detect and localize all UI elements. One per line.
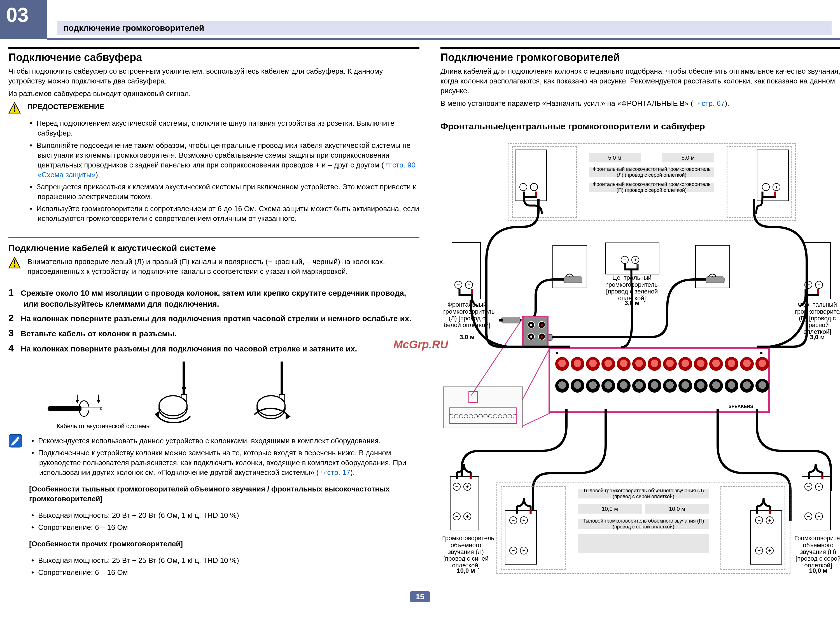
steps-list: Срежьте около 10 мм изоляции с провода к… (8, 286, 420, 355)
setup-p2-tail: ). (725, 99, 729, 108)
setup-p2-pre: В меню установите параметр «Назначить ус… (441, 99, 693, 108)
sbl-len: 10,0 м (602, 506, 618, 512)
label-band: Фронтальный высокочастотный громкоговори… (589, 167, 714, 177)
rule (8, 237, 420, 238)
step-text: На колонках поверните разъемы для подклю… (21, 314, 411, 323)
speaker-sbl (505, 498, 561, 566)
page-link[interactable]: ☞стр. 67 (695, 99, 725, 108)
fh-l-len: 5,0 м (608, 155, 621, 161)
rule (8, 47, 420, 49)
svg-point-2 (14, 110, 15, 112)
right-column: Подключение громкоговорителей Длина кабе… (441, 47, 840, 588)
spec-bullet: Сопротивление: 6 – 16 Ом (39, 568, 420, 577)
note-bullet: Рекомендуется использовать данное устрой… (39, 436, 420, 446)
warn-bullet: Перед подключением акустической системы,… (37, 118, 420, 138)
svg-point-23 (257, 396, 285, 416)
svg-marker-24 (286, 413, 291, 420)
spec-bullet: Выходная мощность: 25 Вт + 25 Вт (6 Ом, … (39, 556, 420, 565)
svg-marker-10 (76, 400, 79, 404)
speaker-sl (450, 476, 484, 543)
step-3: Вставьте кабель от колонок в разъемы. (24, 327, 420, 340)
cables-heading: Подключение кабелей к акустической систе… (8, 243, 420, 253)
warn-tail: ). (95, 171, 100, 179)
sbl-label: Тыловой громкоговоритель объемного звуча… (578, 488, 709, 499)
warn2-text: Внимательно проверьте левый (Л) и правый… (27, 257, 420, 276)
warn-bullet: Выполняйте подсоединение таким образом, … (37, 140, 420, 180)
note-bullet: Подключенные к устройству колонки можно … (39, 448, 420, 477)
warn-bullet: Запрещается прикасаться к клеммам акусти… (37, 182, 420, 201)
svg-marker-19 (182, 387, 186, 392)
svg-marker-12 (97, 400, 100, 404)
speaker-sbr (726, 498, 782, 566)
page-body: Подключение сабвуфера Чтобы подключить с… (0, 39, 840, 605)
svg-point-5 (14, 265, 15, 267)
label-band: Фронтальный высокочастотный громкоговори… (589, 183, 714, 192)
warning-block-1: ПРЕДОСТЕРЕЖЕНИЕ Перед подключением акуст… (8, 102, 420, 230)
svg-rect-7 (48, 406, 82, 411)
sr-len: 10,0 м (809, 567, 827, 574)
wiring-diagram: 5,0 м 5,0 м Фронтальный высокочастотный … (438, 134, 840, 575)
label-band: 5,0 м (589, 153, 640, 163)
warning-icon (8, 102, 21, 116)
header-title: подключение громкоговорителей (64, 23, 204, 33)
label-band: 10,0 м (578, 504, 642, 514)
rule (441, 116, 840, 116)
page-link[interactable]: ☞стр. 17 (321, 468, 351, 477)
setup-p1: Длина кабелей для подключения колонок сп… (441, 66, 840, 96)
spec-bullet: Сопротивление: 6 – 16 Ом (39, 523, 420, 532)
front-heading: Фронтальные/центральные громкоговорители… (441, 121, 840, 132)
note-block: Рекомендуется использовать данное устрой… (8, 434, 420, 585)
spec-bullet: Выходная мощность: 20 Вт + 20 Вт (6 Ом, … (39, 511, 420, 520)
step-text: Вставьте кабель от колонок в разъемы. (21, 329, 177, 338)
left-column: Подключение сабвуфера Чтобы подключить с… (8, 47, 420, 588)
mini-figures (8, 362, 420, 423)
svg-rect-20 (280, 362, 283, 395)
label-band: 5,0 м (662, 153, 714, 163)
sbr-label: Тыловой громкоговоритель объемного звуча… (578, 518, 709, 530)
label-band: Тыловой громкоговоритель объемного звуча… (578, 519, 709, 529)
speaker-sr (801, 476, 835, 543)
fig-caption: Кабель от акустической системы (56, 422, 420, 430)
note-subhead: [Особенности тыльных громкоговорителей о… (29, 484, 420, 504)
step-text: Срежьте около 10 мм изоляции с провода к… (21, 289, 406, 309)
rule (441, 47, 840, 49)
subwoofer-heading: Подключение сабвуфера (8, 52, 420, 64)
warn-text: Выполняйте подсоединение таким образом, … (36, 141, 410, 169)
warn-bullet: Используйте громкоговорители с сопротивл… (37, 204, 420, 224)
step-2: На колонках поверните разъемы для подклю… (24, 312, 420, 325)
warning-title: ПРЕДОСТЕРЕЖЕНИЕ (27, 102, 420, 112)
sbr-len: 10,0 м (669, 506, 685, 512)
sl-len: 10,0 м (457, 567, 475, 574)
footer-page-number: 15 (410, 591, 430, 602)
fh-r-len: 5,0 м (682, 155, 695, 161)
step-4: На колонках поверните разъемы для подклю… (24, 342, 420, 355)
note-icon (8, 434, 23, 449)
svg-rect-8 (81, 407, 101, 410)
fh-r-label: Фронтальный высокочастотный громкоговори… (589, 182, 714, 193)
warning-icon (8, 257, 21, 271)
note-tail: ). (350, 468, 355, 477)
sl-label: Громкоговоритель объемного звучания (Л) … (442, 535, 494, 569)
setup-p2: В меню установите параметр «Назначить ус… (441, 98, 840, 108)
label-band: Тыловой громкоговоритель объемного звуча… (578, 489, 709, 498)
label-band (578, 534, 709, 553)
svg-rect-1 (14, 105, 15, 110)
step-1: Срежьте около 10 мм изоляции с провода к… (24, 286, 420, 310)
figure-loosen-terminal (151, 362, 204, 423)
cable-runs-top (454, 199, 830, 358)
fh-l-label: Фронтальный высокочастотный громкоговори… (589, 166, 714, 178)
label-band: 10,0 м (645, 504, 709, 514)
figure-tighten-terminal (249, 362, 303, 423)
setup-heading: Подключение громкоговорителей (441, 52, 840, 64)
page-number-box: 03 (6, 3, 29, 26)
subwoofer-p2: Из разъемов сабвуфера выходит одинаковый… (8, 89, 420, 98)
sr-label: Громкоговоритель объемного звучания (П) … (794, 535, 840, 569)
step-text: На колонках поверните разъемы для подклю… (21, 345, 357, 353)
svg-point-16 (159, 396, 187, 416)
note-subhead2: [Особенности прочих громкоговорителей] (29, 539, 420, 549)
speakers-tag: SPEAKERS (729, 404, 753, 409)
header-bar: подключение громкоговорителей (57, 21, 832, 35)
page-header: 03 подключение громкоговорителей (0, 0, 840, 39)
svg-rect-4 (14, 260, 15, 264)
subwoofer-p1: Чтобы подключить сабвуфер со встроенным … (8, 66, 420, 86)
